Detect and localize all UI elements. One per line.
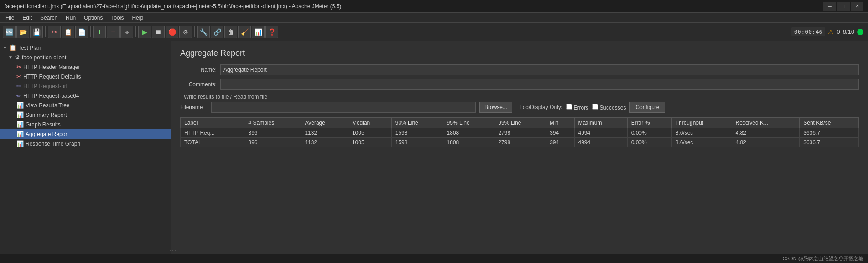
- table-cell: 4994: [574, 128, 627, 138]
- cut-button[interactable]: ✂: [48, 26, 61, 38]
- successes-checkbox-label[interactable]: Successes: [592, 104, 626, 111]
- col-sent: Sent KB/se: [800, 118, 859, 128]
- toolbar-sep-1: [45, 26, 46, 37]
- open-button[interactable]: 📂: [16, 26, 29, 38]
- response-time-icon: 📊: [16, 140, 24, 147]
- aggregate-report-icon: 📊: [16, 131, 24, 137]
- errors-label: Errors: [573, 105, 588, 111]
- menu-tools[interactable]: Tools: [107, 14, 127, 22]
- sidebar-item-aggregate-report[interactable]: 📊 Aggregate Report: [0, 129, 171, 139]
- sidebar-item-http-request-base64[interactable]: ✏ HTTP Request-base64: [0, 91, 171, 100]
- comments-label: Comments:: [180, 81, 217, 88]
- sidebar-label-http-url: HTTP Request-url: [23, 83, 67, 89]
- table-cell: 1005: [348, 138, 391, 147]
- remote-button[interactable]: 🔗: [211, 26, 223, 38]
- table-cell: 4994: [574, 138, 627, 147]
- table-cell: 0.00%: [627, 128, 671, 138]
- paste-button[interactable]: 📄: [75, 26, 88, 38]
- close-button[interactable]: ✕: [851, 2, 863, 11]
- comments-input[interactable]: [220, 79, 859, 90]
- sidebar-label-http-defaults: HTTP Request Defaults: [23, 74, 81, 80]
- save-button[interactable]: 💾: [30, 26, 43, 38]
- col-samples: # Samples: [244, 118, 301, 128]
- table-cell: 4.82: [732, 128, 800, 138]
- shutdown-button[interactable]: ⊗: [179, 26, 192, 38]
- sidebar-item-face-petition-client[interactable]: ▼ ⚙ face-petition-client: [0, 53, 171, 62]
- toolbar-sep-2: [90, 26, 91, 37]
- menu-run[interactable]: Run: [62, 14, 79, 22]
- sidebar-label-view-results: View Results Tree: [26, 102, 70, 109]
- clear-all-button[interactable]: 🧹: [238, 26, 251, 38]
- menu-edit[interactable]: Edit: [19, 14, 36, 22]
- status-text: CSDN @愚昧之山绝望之谷开悟之坡: [783, 255, 863, 262]
- filename-input[interactable]: [211, 102, 476, 113]
- table-cell: 1132: [301, 138, 348, 147]
- sidebar-item-response-time-graph[interactable]: 📊 Response Time Graph: [0, 139, 171, 148]
- write-results-label: Write results to file / Read from file: [184, 94, 859, 100]
- template-button[interactable]: 🔧: [197, 26, 210, 38]
- name-input[interactable]: [220, 64, 859, 75]
- run-button[interactable]: ▶: [138, 26, 151, 38]
- menu-help[interactable]: Help: [128, 14, 147, 22]
- stop-all-button[interactable]: ⏹: [152, 26, 165, 38]
- sidebar-item-http-header-manager[interactable]: ✂ HTTP Header Manager: [0, 62, 171, 72]
- menu-search[interactable]: Search: [36, 14, 61, 22]
- table-button[interactable]: 📊: [252, 26, 265, 38]
- expand-button[interactable]: ⎆: [120, 26, 133, 38]
- clear-button[interactable]: 🗑: [224, 26, 237, 38]
- sidebar-item-http-request-url[interactable]: ✏ HTTP Request-url: [0, 81, 171, 91]
- resize-handle[interactable]: ⋮: [169, 247, 171, 254]
- table-cell: 8.6/sec: [671, 138, 732, 147]
- sidebar-item-graph-results[interactable]: 📊 Graph Results: [0, 120, 171, 129]
- table-cell: TOTAL: [181, 138, 244, 147]
- new-icon: 🆕: [5, 28, 13, 36]
- copy-button[interactable]: 📋: [62, 26, 74, 38]
- menu-options[interactable]: Options: [80, 14, 106, 22]
- sidebar-label-test-plan: Test Plan: [18, 45, 41, 51]
- sidebar-item-summary-report[interactable]: 📊 Summary Report: [0, 110, 171, 120]
- stop-icon: 🛑: [168, 28, 176, 36]
- table-cell: 1598: [391, 128, 443, 138]
- col-95line: 95% Line: [443, 118, 494, 128]
- col-received: Received K...: [732, 118, 800, 128]
- sidebar-item-test-plan[interactable]: ▼ 📋 Test Plan: [0, 43, 171, 53]
- minimize-button[interactable]: ─: [823, 2, 836, 11]
- help-button[interactable]: ❓: [265, 26, 278, 38]
- add-button[interactable]: +: [93, 26, 106, 38]
- sidebar-item-view-results-tree[interactable]: 📊 View Results Tree: [0, 100, 171, 110]
- errors-checkbox[interactable]: [566, 104, 572, 110]
- sidebar-item-http-request-defaults[interactable]: ✂ HTTP Request Defaults: [0, 72, 171, 81]
- expand-icon: ⎆: [125, 28, 129, 36]
- configure-button[interactable]: Configure: [629, 102, 665, 113]
- status-dot: [857, 29, 863, 35]
- table-cell: 8.6/sec: [671, 128, 732, 138]
- sidebar-label-face-petition: face-petition-client: [22, 54, 66, 61]
- table-cell: 3636.7: [800, 138, 859, 147]
- table-cell: 0.00%: [627, 138, 671, 147]
- log-display-label: Log/Display Only:: [520, 104, 562, 110]
- remove-button[interactable]: −: [107, 26, 120, 38]
- http-defaults-icon: ✂: [16, 73, 21, 80]
- maximize-button[interactable]: □: [837, 2, 850, 11]
- http-url-icon: ✏: [16, 83, 21, 89]
- toolbar-sep-3: [135, 26, 136, 37]
- table-cell: 394: [546, 138, 574, 147]
- new-button[interactable]: 🆕: [3, 26, 16, 38]
- warning-count: 0: [837, 28, 840, 35]
- menu-file[interactable]: File: [2, 14, 18, 22]
- filename-label: Filename: [180, 104, 208, 110]
- table-cell: 3636.7: [800, 128, 859, 138]
- clear-all-icon: 🧹: [241, 28, 249, 36]
- stop-button[interactable]: 🛑: [166, 26, 178, 38]
- errors-checkbox-label[interactable]: Errors: [566, 104, 588, 111]
- cut-icon: ✂: [52, 28, 57, 36]
- copy-icon: 📋: [64, 28, 72, 36]
- successes-checkbox[interactable]: [592, 104, 598, 110]
- table-cell: 396: [244, 128, 301, 138]
- chevron-icon: ▼: [8, 55, 13, 60]
- sidebar-label-http-header: HTTP Header Manager: [23, 64, 80, 70]
- col-average: Average: [301, 118, 348, 128]
- table-cell: 394: [546, 128, 574, 138]
- browse-button[interactable]: Browse...: [479, 102, 512, 113]
- col-90line: 90% Line: [391, 118, 443, 128]
